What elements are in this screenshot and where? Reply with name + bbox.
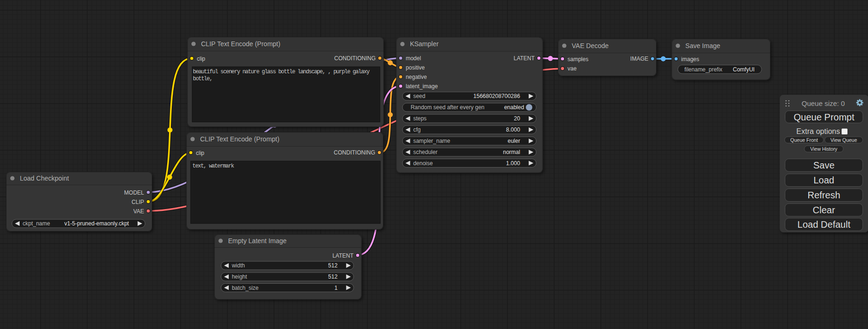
- svg-text:Empty Latent Image: Empty Latent Image: [228, 237, 287, 245]
- svg-text:IMAGE: IMAGE: [630, 56, 649, 62]
- svg-text:height: height: [232, 273, 247, 280]
- svg-text:beautiful scenery nature glass: beautiful scenery nature glass bottle la…: [193, 69, 370, 75]
- svg-text:Queue Front: Queue Front: [790, 137, 818, 143]
- svg-text:clip: clip: [197, 56, 205, 62]
- svg-text:filename_prefix: filename_prefix: [685, 66, 722, 73]
- svg-text:Load Checkpoint: Load Checkpoint: [20, 175, 69, 182]
- svg-text:v1-5-pruned-emaonly.ckpt: v1-5-pruned-emaonly.ckpt: [64, 220, 129, 227]
- svg-text:positive: positive: [406, 64, 425, 71]
- svg-text:CONDITIONING: CONDITIONING: [334, 55, 376, 62]
- svg-text:steps: steps: [413, 115, 427, 122]
- svg-text:Random seed after every gen: Random seed after every gen: [410, 104, 484, 111]
- svg-text:KSampler: KSampler: [410, 40, 439, 48]
- svg-text:Clear: Clear: [813, 205, 835, 215]
- svg-text:latent_image: latent_image: [406, 83, 438, 90]
- svg-text:Queue Prompt: Queue Prompt: [794, 112, 855, 122]
- svg-text:View Queue: View Queue: [830, 137, 857, 143]
- svg-text:Refresh: Refresh: [807, 190, 840, 200]
- svg-text:CLIP Text Encode (Prompt): CLIP Text Encode (Prompt): [201, 40, 281, 48]
- svg-text:Load Default: Load Default: [797, 219, 851, 230]
- svg-text:512: 512: [328, 262, 338, 269]
- svg-text:Save Image: Save Image: [685, 42, 720, 49]
- svg-text:20: 20: [514, 115, 521, 122]
- svg-text:CLIP Text Encode (Prompt): CLIP Text Encode (Prompt): [200, 135, 280, 143]
- svg-text:clip: clip: [196, 150, 205, 156]
- svg-text:vae: vae: [568, 65, 577, 72]
- svg-text:CLIP: CLIP: [132, 199, 144, 205]
- svg-text:Save: Save: [813, 160, 835, 170]
- svg-text:MODEL: MODEL: [124, 189, 144, 196]
- svg-text:CONDITIONING: CONDITIONING: [334, 149, 375, 156]
- svg-text:LATENT: LATENT: [332, 252, 354, 259]
- svg-text:enabled: enabled: [504, 104, 524, 111]
- svg-text:denoise: denoise: [413, 160, 433, 167]
- svg-text:batch_size: batch_size: [232, 285, 259, 291]
- svg-text:View History: View History: [810, 146, 838, 152]
- svg-text:cfg: cfg: [413, 126, 421, 133]
- svg-text:VAE: VAE: [133, 208, 144, 215]
- svg-text:model: model: [406, 55, 421, 62]
- svg-text:Load: Load: [813, 175, 834, 185]
- svg-text:512: 512: [328, 273, 338, 280]
- svg-text:1.000: 1.000: [506, 160, 520, 167]
- svg-text:images: images: [681, 56, 699, 63]
- svg-text:sampler_name: sampler_name: [413, 138, 451, 144]
- svg-text:text, watermark: text, watermark: [192, 163, 234, 169]
- svg-text:euler: euler: [508, 138, 520, 144]
- svg-text:samples: samples: [568, 56, 589, 63]
- svg-text:normal: normal: [503, 149, 520, 155]
- svg-text:scheduler: scheduler: [413, 149, 438, 155]
- svg-text:Extra options: Extra options: [797, 127, 840, 135]
- svg-text:bottle,: bottle,: [193, 76, 212, 82]
- svg-text:negative: negative: [406, 74, 427, 80]
- svg-text:ckpt_name: ckpt_name: [23, 220, 50, 227]
- svg-text:8.000: 8.000: [506, 126, 520, 133]
- svg-text:LATENT: LATENT: [514, 55, 535, 62]
- svg-text:1: 1: [334, 285, 338, 291]
- svg-text:156680208700286: 156680208700286: [473, 93, 520, 99]
- svg-text:ComfyUI: ComfyUI: [733, 66, 755, 73]
- svg-text:width: width: [231, 262, 245, 269]
- svg-text:Queue size: 0: Queue size: 0: [802, 99, 845, 107]
- svg-text:VAE Decode: VAE Decode: [572, 42, 609, 49]
- svg-text:seed: seed: [413, 93, 425, 99]
